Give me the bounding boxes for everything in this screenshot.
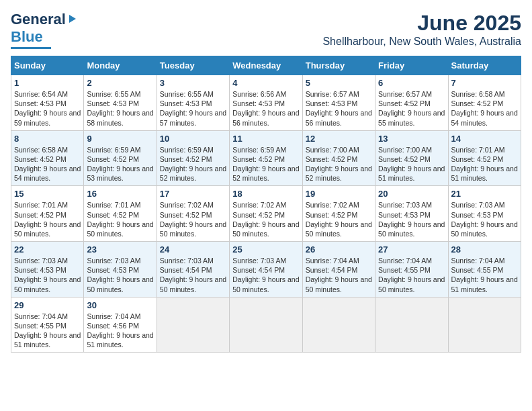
page-header: General Blue June 2025 Shellharbour, New… [11, 11, 521, 49]
calendar-body: 1 Sunrise: 6:54 AM Sunset: 4:53 PM Dayli… [11, 75, 521, 353]
sunset-label: Sunset: 4:53 PM [87, 266, 139, 274]
sunset-label: Sunset: 4:55 PM [451, 266, 504, 274]
month-title: June 2025 [322, 11, 521, 36]
daylight-label: Daylight: 9 hours and 59 minutes. [14, 109, 81, 126]
logo-arrow-icon [66, 13, 79, 25]
sunrise-label: Sunrise: 6:59 AM [87, 146, 140, 154]
day-number: 2 [87, 78, 153, 88]
day-cell: 16 Sunrise: 7:01 AM Sunset: 4:52 PM Dayl… [84, 186, 157, 242]
daylight-label: Daylight: 9 hours and 54 minutes. [451, 109, 518, 126]
day-number: 29 [14, 300, 81, 310]
day-info: Sunrise: 7:03 AM Sunset: 4:53 PM Dayligh… [14, 256, 81, 294]
day-number: 1 [14, 78, 81, 88]
daylight-label: Daylight: 9 hours and 52 minutes. [160, 165, 226, 182]
sunset-label: Sunset: 4:52 PM [87, 211, 139, 219]
daylight-label: Daylight: 9 hours and 58 minutes. [87, 109, 153, 126]
day-number: 16 [87, 189, 153, 199]
sunrise-label: Sunrise: 6:57 AM [306, 90, 359, 98]
sunrise-label: Sunrise: 7:03 AM [160, 257, 214, 265]
sunrise-label: Sunrise: 7:02 AM [306, 201, 359, 209]
day-info: Sunrise: 6:56 AM Sunset: 4:53 PM Dayligh… [232, 89, 299, 128]
day-cell [157, 297, 229, 353]
day-cell: 19 Sunrise: 7:02 AM Sunset: 4:52 PM Dayl… [302, 186, 375, 242]
day-cell: 4 Sunrise: 6:56 AM Sunset: 4:53 PM Dayli… [230, 75, 302, 131]
header-sunday: Sunday [11, 56, 84, 75]
sunrise-label: Sunrise: 7:04 AM [378, 257, 432, 265]
week-row: 1 Sunrise: 6:54 AM Sunset: 4:53 PM Dayli… [11, 75, 521, 131]
sunset-label: Sunset: 4:53 PM [160, 99, 212, 107]
day-number: 28 [451, 244, 518, 255]
day-cell: 28 Sunrise: 7:04 AM Sunset: 4:55 PM Dayl… [448, 242, 521, 298]
day-number: 30 [87, 300, 153, 310]
day-cell: 18 Sunrise: 7:02 AM Sunset: 4:52 PM Dayl… [230, 186, 302, 242]
day-cell: 11 Sunrise: 6:59 AM Sunset: 4:52 PM Dayl… [230, 130, 302, 186]
sunrise-label: Sunrise: 6:56 AM [232, 90, 286, 98]
calendar-table: SundayMondayTuesdayWednesdayThursdayFrid… [11, 56, 521, 353]
day-number: 17 [160, 189, 226, 199]
day-cell: 27 Sunrise: 7:04 AM Sunset: 4:55 PM Dayl… [375, 242, 448, 298]
week-row: 22 Sunrise: 7:03 AM Sunset: 4:53 PM Dayl… [11, 242, 521, 298]
sunset-label: Sunset: 4:53 PM [87, 99, 139, 107]
day-number: 25 [232, 244, 299, 255]
sunset-label: Sunset: 4:54 PM [232, 266, 285, 274]
day-info: Sunrise: 6:59 AM Sunset: 4:52 PM Dayligh… [232, 145, 299, 183]
sunrise-label: Sunrise: 7:02 AM [232, 201, 286, 209]
day-info: Sunrise: 6:55 AM Sunset: 4:53 PM Dayligh… [160, 89, 226, 128]
header-row: SundayMondayTuesdayWednesdayThursdayFrid… [11, 56, 521, 75]
sunset-label: Sunset: 4:52 PM [378, 99, 431, 107]
day-cell: 9 Sunrise: 6:59 AM Sunset: 4:52 PM Dayli… [84, 130, 157, 186]
sunset-label: Sunset: 4:53 PM [306, 99, 358, 107]
sunset-label: Sunset: 4:53 PM [14, 266, 66, 274]
sunset-label: Sunset: 4:52 PM [232, 155, 285, 163]
daylight-label: Daylight: 9 hours and 57 minutes. [160, 109, 226, 126]
day-info: Sunrise: 7:03 AM Sunset: 4:54 PM Dayligh… [232, 256, 299, 294]
day-info: Sunrise: 7:04 AM Sunset: 4:55 PM Dayligh… [14, 312, 81, 350]
day-info: Sunrise: 6:58 AM Sunset: 4:52 PM Dayligh… [451, 89, 518, 128]
sunrise-label: Sunrise: 7:01 AM [87, 201, 140, 209]
logo-blue-text: Blue [11, 28, 43, 45]
location-title: Shellharbour, New South Wales, Australia [322, 36, 521, 48]
day-info: Sunrise: 6:55 AM Sunset: 4:53 PM Dayligh… [87, 89, 153, 128]
day-info: Sunrise: 6:57 AM Sunset: 4:53 PM Dayligh… [306, 89, 372, 128]
day-number: 14 [451, 134, 518, 144]
day-number: 9 [87, 134, 153, 144]
daylight-label: Daylight: 9 hours and 50 minutes. [87, 275, 153, 293]
day-cell: 21 Sunrise: 7:03 AM Sunset: 4:53 PM Dayl… [448, 186, 521, 242]
day-number: 22 [14, 244, 81, 255]
sunset-label: Sunset: 4:54 PM [306, 266, 358, 274]
day-number: 10 [160, 134, 226, 144]
daylight-label: Daylight: 9 hours and 50 minutes. [306, 275, 372, 293]
daylight-label: Daylight: 9 hours and 50 minutes. [378, 275, 445, 293]
daylight-label: Daylight: 9 hours and 50 minutes. [160, 220, 226, 238]
day-number: 13 [378, 134, 445, 144]
day-number: 5 [306, 78, 372, 88]
day-cell: 15 Sunrise: 7:01 AM Sunset: 4:52 PM Dayl… [11, 186, 84, 242]
sunset-label: Sunset: 4:52 PM [451, 155, 504, 163]
header-monday: Monday [84, 56, 157, 75]
daylight-label: Daylight: 9 hours and 50 minutes. [87, 220, 153, 238]
day-number: 15 [14, 189, 81, 199]
daylight-label: Daylight: 9 hours and 51 minutes. [14, 331, 81, 349]
day-cell: 1 Sunrise: 6:54 AM Sunset: 4:53 PM Dayli… [11, 75, 84, 131]
day-number: 18 [232, 189, 299, 199]
day-info: Sunrise: 7:03 AM Sunset: 4:53 PM Dayligh… [87, 256, 153, 294]
day-info: Sunrise: 7:00 AM Sunset: 4:52 PM Dayligh… [306, 145, 372, 183]
daylight-label: Daylight: 9 hours and 50 minutes. [14, 220, 81, 238]
day-number: 8 [14, 134, 81, 144]
sunset-label: Sunset: 4:52 PM [232, 211, 285, 219]
sunrise-label: Sunrise: 7:00 AM [306, 146, 359, 154]
day-cell: 10 Sunrise: 6:59 AM Sunset: 4:52 PM Dayl… [157, 130, 229, 186]
day-cell: 5 Sunrise: 6:57 AM Sunset: 4:53 PM Dayli… [302, 75, 375, 131]
day-cell: 3 Sunrise: 6:55 AM Sunset: 4:53 PM Dayli… [157, 75, 229, 131]
day-info: Sunrise: 7:04 AM Sunset: 4:55 PM Dayligh… [378, 256, 445, 294]
header-wednesday: Wednesday [230, 56, 302, 75]
day-info: Sunrise: 7:02 AM Sunset: 4:52 PM Dayligh… [306, 200, 372, 238]
daylight-label: Daylight: 9 hours and 54 minutes. [14, 165, 81, 182]
day-number: 12 [306, 134, 372, 144]
day-number: 6 [378, 78, 445, 88]
day-number: 26 [306, 244, 372, 255]
calendar-header: SundayMondayTuesdayWednesdayThursdayFrid… [11, 56, 521, 75]
sunset-label: Sunset: 4:53 PM [451, 211, 504, 219]
day-cell: 22 Sunrise: 7:03 AM Sunset: 4:53 PM Dayl… [11, 242, 84, 298]
sunset-label: Sunset: 4:56 PM [87, 322, 139, 330]
